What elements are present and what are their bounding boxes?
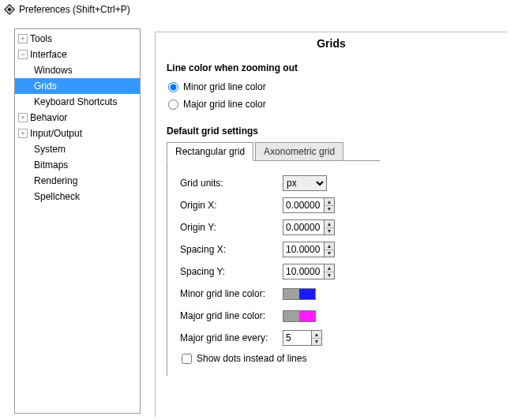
input-spacing-x[interactable]	[283, 242, 324, 257]
tree-expand-icon[interactable]: +	[18, 129, 28, 138]
zoom-heading: Line color when zooming out	[167, 62, 496, 73]
tree-item-label: Keyboard Shortcuts	[34, 96, 117, 107]
row-origin-y: Origin Y: ▲ ▼	[180, 216, 372, 238]
tree-item-interface[interactable]: −Interface	[15, 47, 140, 62]
spin-buttons[interactable]: ▲ ▼	[324, 242, 335, 257]
spin-down-icon[interactable]: ▼	[325, 206, 334, 213]
default-grid-section: Default grid settings Rectangular grid A…	[156, 126, 507, 384]
spin-up-icon[interactable]: ▲	[325, 198, 334, 206]
row-origin-x: Origin X: ▲ ▼	[180, 194, 372, 216]
default-heading: Default grid settings	[167, 126, 496, 137]
grid-tabs: Rectangular grid Axonometric grid Grid u…	[167, 141, 496, 376]
tree-item-label: Rendering	[34, 175, 77, 186]
radio-major-grid-color[interactable]: Major grid line color	[167, 96, 496, 113]
input-origin-y[interactable]	[283, 219, 324, 235]
tree-item-rendering[interactable]: Rendering	[15, 173, 140, 189]
spin-up-icon[interactable]: ▲	[325, 264, 334, 272]
spin-spacing-x[interactable]: ▲ ▼	[283, 242, 335, 257]
input-spacing-y[interactable]	[283, 264, 324, 279]
panel-title: Grids	[156, 32, 507, 58]
tree-item-label: Interface	[30, 49, 67, 60]
spin-major-every[interactable]: ▲ ▼	[283, 330, 322, 346]
tab-axonometric-grid[interactable]: Axonometric grid	[255, 142, 343, 161]
row-spacing-y: Spacing Y: ▲ ▼	[180, 261, 372, 283]
swatch-major-right	[299, 311, 315, 321]
tree-item-label: Behavior	[30, 112, 67, 123]
spin-buttons[interactable]: ▲ ▼	[324, 264, 335, 279]
spin-up-icon[interactable]: ▲	[325, 242, 334, 250]
swatch-minor-color[interactable]	[283, 288, 316, 300]
label-origin-y: Origin Y:	[180, 222, 283, 233]
radio-minor-input[interactable]	[168, 82, 178, 92]
spin-buttons[interactable]: ▲ ▼	[324, 219, 335, 235]
app-icon	[3, 3, 16, 16]
label-minor-color: Minor grid line color:	[180, 288, 283, 299]
grids-panel: Grids Line color when zooming out Minor …	[155, 32, 507, 417]
body-frame: +Tools−InterfaceWindowsGridsKeyboard Sho…	[0, 19, 514, 420]
tree-item-bitmaps[interactable]: Bitmaps	[15, 157, 140, 173]
spin-up-icon[interactable]: ▲	[312, 331, 321, 339]
zoom-color-section: Line color when zooming out Minor grid l…	[156, 62, 507, 121]
tree-item-label: Tools	[30, 33, 52, 44]
spin-down-icon[interactable]: ▼	[325, 250, 334, 257]
row-major-color: Major grid line color:	[180, 305, 372, 327]
window-title: Preferences (Shift+Ctrl+P)	[19, 4, 130, 15]
tree-item-label: System	[34, 144, 66, 155]
tree-item-tools[interactable]: +Tools	[15, 31, 140, 47]
swatch-minor-right	[299, 289, 315, 299]
tabpanel-rectangular: Grid units: px Origin X:	[167, 160, 380, 376]
main-area: Grids Line color when zooming out Minor …	[155, 28, 514, 420]
checkbox-show-dots-label: Show dots instead of lines	[197, 353, 306, 364]
tree-item-label: Input/Output	[30, 128, 82, 139]
row-grid-units: Grid units: px	[180, 172, 372, 194]
row-spacing-x: Spacing X: ▲ ▼	[180, 238, 372, 261]
swatch-major-color[interactable]	[283, 310, 316, 322]
swatch-major-left	[283, 311, 299, 321]
spin-origin-y[interactable]: ▲ ▼	[283, 219, 335, 235]
input-major-every[interactable]	[283, 330, 311, 346]
spin-down-icon[interactable]: ▼	[325, 272, 334, 279]
tree-item-keyboard-shortcuts[interactable]: Keyboard Shortcuts	[15, 94, 140, 110]
label-spacing-y: Spacing Y:	[180, 266, 283, 277]
tree-item-behavior[interactable]: +Behavior	[15, 110, 140, 126]
tree-item-spellcheck[interactable]: Spellcheck	[15, 189, 140, 204]
tree-item-system[interactable]: System	[15, 141, 140, 157]
checkbox-show-dots-input[interactable]	[182, 354, 192, 364]
spin-up-icon[interactable]: ▲	[325, 220, 334, 228]
input-origin-x[interactable]	[283, 197, 324, 213]
label-grid-units: Grid units:	[180, 178, 283, 189]
tree-item-label: Windows	[34, 65, 73, 76]
titlebar: Preferences (Shift+Ctrl+P)	[0, 0, 514, 19]
radio-major-label: Major grid line color	[183, 99, 266, 110]
radio-major-input[interactable]	[168, 99, 178, 110]
content-split: +Tools−InterfaceWindowsGridsKeyboard Sho…	[14, 28, 514, 420]
spin-spacing-y[interactable]: ▲ ▼	[283, 264, 335, 279]
row-every: Major grid line every: ▲ ▼	[180, 327, 372, 349]
spin-down-icon[interactable]: ▼	[312, 339, 321, 346]
tree-item-label: Bitmaps	[34, 159, 68, 171]
tree-item-input-output[interactable]: +Input/Output	[15, 126, 140, 141]
tree-expand-icon[interactable]: +	[18, 34, 28, 43]
swatch-minor-left	[283, 289, 299, 299]
preferences-tree[interactable]: +Tools−InterfaceWindowsGridsKeyboard Sho…	[14, 28, 141, 414]
radio-minor-grid-color[interactable]: Minor grid line color	[167, 78, 496, 96]
row-minor-color: Minor grid line color:	[180, 283, 372, 305]
select-grid-units[interactable]: px	[283, 175, 327, 191]
tree-item-label: Spellcheck	[34, 191, 80, 202]
spin-down-icon[interactable]: ▼	[325, 228, 334, 235]
spin-origin-x[interactable]: ▲ ▼	[283, 197, 335, 213]
label-origin-x: Origin X:	[180, 200, 283, 211]
radio-minor-label: Minor grid line color	[183, 81, 266, 92]
tree-expand-icon[interactable]: +	[18, 113, 28, 122]
tree-item-windows[interactable]: Windows	[15, 62, 140, 78]
label-spacing-x: Spacing X:	[180, 244, 283, 255]
label-major-every: Major grid line every:	[180, 332, 283, 343]
tree-collapse-icon[interactable]: −	[18, 50, 28, 59]
tree-item-grids[interactable]: Grids	[15, 78, 140, 94]
checkbox-show-dots[interactable]: Show dots instead of lines	[180, 349, 372, 368]
label-major-color: Major grid line color:	[180, 310, 283, 321]
spin-buttons[interactable]: ▲ ▼	[311, 330, 322, 346]
tab-rectangular-grid[interactable]: Rectangular grid	[167, 142, 253, 161]
tree-item-label: Grids	[34, 81, 57, 92]
spin-buttons[interactable]: ▲ ▼	[324, 197, 335, 213]
